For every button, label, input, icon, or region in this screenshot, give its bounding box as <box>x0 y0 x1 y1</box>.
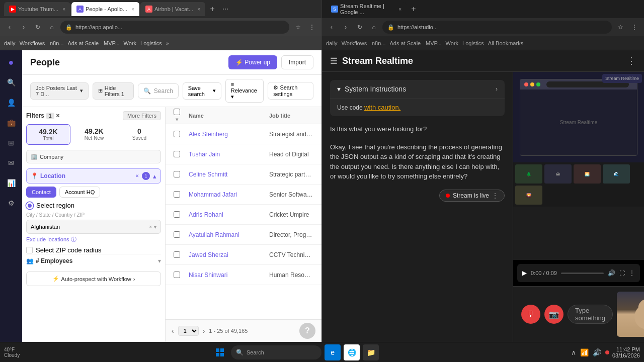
col-checkbox[interactable]: ▾ <box>170 109 185 122</box>
sidebar-settings-icon[interactable]: ⚙ <box>4 196 18 210</box>
right-bookmark-daily[interactable]: daily <box>326 40 338 46</box>
caution-link[interactable]: with caution. <box>364 104 400 111</box>
right-url-bar[interactable]: 🔒 https://aistudio... <box>382 21 612 34</box>
person-link-1[interactable]: Tushar Jain <box>189 151 220 158</box>
table-row[interactable]: Ayatullah Rahmani Director, Program <box>166 225 321 245</box>
row-checkbox-0[interactable] <box>170 131 185 137</box>
row-name-7[interactable]: Nisar Shinwari <box>185 272 265 279</box>
stat-net-new[interactable]: 49.2K Net New <box>72 124 116 145</box>
row-name-2[interactable]: Celine Schmitt <box>185 171 265 178</box>
bookmark-logistics[interactable]: Logistics <box>140 40 162 46</box>
employees-filter-section[interactable]: 👥 # Employees ▾ <box>26 254 161 267</box>
hamburger-icon[interactable]: ☰ <box>330 56 337 66</box>
taskbar-app-edge[interactable]: e <box>325 344 341 360</box>
bookmark-ads[interactable]: Ads at Scale - MVP... <box>67 40 119 46</box>
filter-hide-filters[interactable]: ⊞ Hide Filters 1 <box>93 82 134 100</box>
auto-prospect-button[interactable]: ⚡ Auto-prospect with Workflow › <box>26 272 161 286</box>
row-checkbox-5[interactable] <box>170 231 185 238</box>
thumb-0[interactable]: 🌲 <box>515 164 542 184</box>
more-bookmarks[interactable]: » <box>166 40 169 46</box>
person-link-7[interactable]: Nisar Shinwari <box>189 272 227 279</box>
tab-stream-close[interactable]: × <box>398 7 401 12</box>
zip-checkbox[interactable] <box>26 247 33 253</box>
person-link-4[interactable]: Adris Rohani <box>189 211 223 218</box>
left-url-bar[interactable]: 🔒 https://app.apollo... <box>60 21 289 34</box>
right-bookmark-work[interactable]: Work <box>446 40 458 46</box>
sidebar-home-icon[interactable]: ● <box>4 55 18 69</box>
right-bookmark-workflows[interactable]: Workflows - n8n... <box>342 40 386 46</box>
network-icon[interactable]: 📶 <box>580 348 589 356</box>
forward-button[interactable]: › <box>18 22 29 33</box>
row-checkbox-3[interactable] <box>170 191 185 198</box>
person-link-5[interactable]: Ayatullah Rahmani <box>189 231 239 238</box>
people-search-box[interactable]: 🔍 Search <box>138 83 179 99</box>
right-new-tab-button[interactable]: + <box>408 3 420 15</box>
thumb-4[interactable]: 🌄 <box>515 186 542 205</box>
table-row[interactable]: Celine Schmitt Strategic partners <box>166 164 321 185</box>
volume-tray-icon[interactable]: 🔊 <box>593 348 601 356</box>
row-name-4[interactable]: Adris Rohani <box>185 211 265 218</box>
region-radio[interactable] <box>26 202 33 209</box>
location-filter-header[interactable]: 📍 Location × 1 ▴ <box>26 168 161 184</box>
back-button[interactable]: ‹ <box>4 22 15 33</box>
tab-airbnb[interactable]: A Airbnb | Vacat... × <box>140 2 205 16</box>
right-more-icon[interactable]: ⋮ <box>629 22 640 33</box>
table-row[interactable]: Nisar Shinwari Human Resource/ <box>166 265 321 285</box>
row-checkbox-7[interactable] <box>170 272 185 278</box>
row-checkbox-6[interactable] <box>170 251 185 258</box>
next-page-button[interactable]: › <box>203 327 205 335</box>
company-filter-item[interactable]: 🏢 Company <box>26 150 161 163</box>
thumb-3[interactable]: 🌊 <box>603 164 630 184</box>
page-select[interactable]: 1 <box>178 326 199 336</box>
chat-input[interactable]: Type something <box>568 305 613 324</box>
filter-x-btn[interactable]: × <box>135 172 139 179</box>
col-title[interactable]: Job title <box>265 113 317 119</box>
row-name-0[interactable]: Alex Steinberg <box>185 131 265 138</box>
person-link-2[interactable]: Celine Schmitt <box>189 171 227 178</box>
account-hq-tab[interactable]: Account HQ <box>59 187 100 198</box>
row-name-1[interactable]: Tushar Jain <box>185 151 265 158</box>
row-checkbox-2[interactable] <box>170 171 185 177</box>
tab-apollo[interactable]: A People - Apollo... × <box>71 2 139 16</box>
table-row[interactable]: Adris Rohani Cricket Umpire <box>166 205 321 225</box>
progress-bar[interactable] <box>561 273 604 274</box>
more-options-icon[interactable]: ⋮ <box>306 22 317 33</box>
select-all-checkbox[interactable] <box>174 109 180 115</box>
table-row[interactable]: Tushar Jain Head of Digital <box>166 144 321 164</box>
volume-button[interactable]: 🔊 <box>608 269 615 277</box>
bookmark-work[interactable]: Work <box>124 40 136 46</box>
right-reload-button[interactable]: ↻ <box>354 22 365 33</box>
filter-job-posters[interactable]: Job Posters Last 7 D... ▾ <box>30 82 89 100</box>
sidebar-chart-icon[interactable]: 📊 <box>4 176 18 190</box>
import-button[interactable]: Import <box>281 55 313 69</box>
bookmark-daily[interactable]: daily <box>4 40 16 46</box>
prev-page-button[interactable]: ‹ <box>172 327 174 335</box>
tray-up-icon[interactable]: ∧ <box>571 348 576 356</box>
taskbar-app-files[interactable]: 📁 <box>363 344 379 360</box>
new-tab-button[interactable]: + <box>206 3 218 15</box>
table-row[interactable]: Alex Steinberg Strategist and ind <box>166 124 321 144</box>
filter-x-icon[interactable]: × <box>56 112 60 119</box>
bookmark-workflows[interactable]: Workflows - n8n... <box>20 40 64 46</box>
right-bookmark-ads[interactable]: Ads at Scale - MVP... <box>389 40 441 46</box>
more-filters-button[interactable]: More Filters <box>123 111 161 120</box>
row-checkbox-4[interactable] <box>170 211 185 218</box>
relevance-button[interactable]: ≡ Relevance ▾ <box>225 79 264 103</box>
microphone-button[interactable]: 🎙 <box>521 305 540 324</box>
row-name-5[interactable]: Ayatullah Rahmani <box>185 231 265 238</box>
tab-airbnb-close[interactable]: × <box>197 7 200 12</box>
taskbar-search[interactable]: 🔍 Search <box>231 345 321 359</box>
help-button[interactable]: ? <box>299 323 315 339</box>
play-button[interactable]: ▶ <box>522 269 527 277</box>
fullscreen-button[interactable]: ⛶ <box>619 270 625 276</box>
sidebar-people-icon[interactable]: 👤 <box>4 96 18 110</box>
table-row[interactable]: Mohammad Jafari Senior Software E <box>166 185 321 205</box>
person-link-0[interactable]: Alex Steinberg <box>189 131 228 138</box>
stream-live-badge[interactable]: Stream is live ⋮ <box>439 190 505 202</box>
tab-youtube[interactable]: ▶ Youtube Thum... × <box>4 2 70 16</box>
tab-stream[interactable]: S Stream Realtime | Google ... × <box>326 2 407 16</box>
more-tabs-button[interactable]: ⋯ <box>219 3 231 15</box>
stat-total[interactable]: 49.2K Total <box>26 124 70 145</box>
camera-button[interactable]: 📷 <box>544 305 564 324</box>
filter-count-badge[interactable]: 1 <box>46 113 54 119</box>
